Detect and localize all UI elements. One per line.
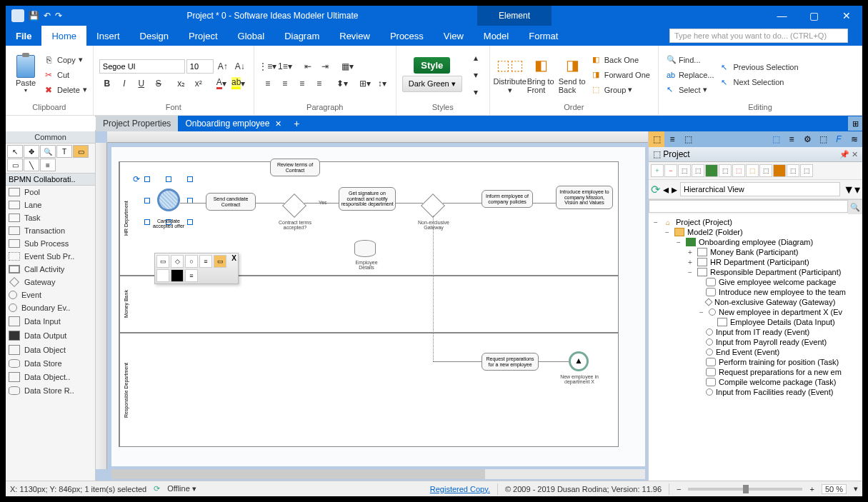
project-tb-icon-4[interactable]: ⬚ [719, 164, 732, 177]
forward-one-button[interactable]: ◨Forward One [590, 68, 652, 82]
float-text-icon[interactable]: ≡ [199, 255, 212, 268]
panel-tab-1-icon[interactable]: ⬚ [649, 131, 664, 147]
menu-model[interactable]: Model [474, 26, 519, 46]
minimize-button[interactable]: — [766, 6, 798, 26]
project-tb-icon-8[interactable] [773, 164, 786, 177]
tab-tool-icon[interactable]: ⊞ [848, 116, 862, 131]
project-tb-icon-2[interactable]: ⬚ [692, 164, 704, 177]
tool-datainput[interactable]: Data Input [6, 314, 95, 328]
menu-review[interactable]: Review [329, 26, 380, 46]
zoom-dropdown-icon[interactable]: ▾ [854, 484, 858, 493]
prev-selection-button[interactable]: ↖Previous Selection [719, 60, 800, 74]
panel-tool-icon-3[interactable]: ⬚ [815, 131, 831, 147]
tool-dataoutput[interactable]: Data Output [6, 328, 95, 343]
project-tb-icon-3[interactable] [705, 164, 718, 177]
style-arrow-up-icon[interactable]: ▴ [468, 50, 484, 66]
toolbox-category[interactable]: BPMN Collaborati.. [6, 173, 95, 186]
task-inform[interactable]: Inform employee of company policies [482, 190, 533, 208]
bullets-button[interactable]: ⋮≡▾ [260, 59, 276, 74]
menu-format[interactable]: Format [519, 26, 568, 46]
status-offline[interactable]: Offline ▾ [167, 484, 196, 493]
tell-me-search[interactable]: Type here what you want to do... (CTRL+Q… [669, 29, 848, 43]
project-tb-icon-5[interactable]: ⬚ [732, 164, 745, 177]
border-button[interactable]: ▦▾ [340, 59, 356, 74]
project-search-icon[interactable]: 🔍 [848, 200, 862, 214]
tool-dataobject[interactable]: Data Object [6, 343, 95, 357]
menu-design[interactable]: Design [130, 26, 179, 46]
project-tb-icon-9[interactable]: ⬚ [787, 164, 799, 177]
task-request-prep[interactable]: Request preparations for a new employee [482, 353, 539, 371]
task-review-terms[interactable]: Review terms of Contract [270, 159, 320, 176]
prev-icon[interactable]: ◂ [663, 183, 669, 196]
highlight-button[interactable]: ab▾ [231, 76, 246, 91]
menu-home[interactable]: Home [41, 26, 86, 46]
superscript-button[interactable]: x² [191, 76, 206, 91]
delete-button[interactable]: ✖Delete ▾ [43, 83, 87, 97]
align-justify-button[interactable]: ≡ [311, 76, 327, 91]
tool-note-icon[interactable]: ≡ [40, 159, 56, 171]
context-tab[interactable]: Element [477, 6, 552, 26]
pool-responsible[interactable]: Responsible Department [119, 333, 619, 447]
close-button[interactable]: ✕ [830, 6, 862, 26]
tool-container-icon[interactable]: ▭ [7, 159, 23, 171]
menu-project[interactable]: Project [179, 26, 227, 46]
select-button[interactable]: ↖Select ▾ [664, 83, 717, 97]
distribute-button[interactable]: ⬚⬚Distribute▾ [496, 53, 524, 97]
view-mode-select[interactable]: Hierarchical View [680, 182, 840, 196]
bold-button[interactable]: B [99, 76, 115, 91]
panel-tab-2-icon[interactable]: ≡ [664, 131, 680, 147]
zoom-in-button[interactable]: + [809, 485, 814, 493]
float-lines-icon[interactable]: ≡ [185, 269, 198, 282]
tab-new-button[interactable]: + [289, 118, 304, 129]
outdent-button[interactable]: ⇤ [300, 59, 316, 74]
refresh-icon[interactable]: ⟳ [651, 183, 660, 196]
tool-lane[interactable]: Lane [6, 199, 95, 211]
project-tb-icon-7[interactable]: ⬚ [759, 164, 772, 177]
tool-callactivity[interactable]: Call Activity [6, 263, 95, 276]
float-rect-icon[interactable]: ▭ [156, 255, 169, 268]
back-one-button[interactable]: ◧Back One [590, 53, 652, 67]
tab-onboarding[interactable]: Onboarding employee✕ [178, 116, 289, 131]
grow-font-button[interactable]: A↑ [215, 59, 231, 74]
tool-eventsub[interactable]: Event Sub Pr.. [6, 250, 95, 263]
task-send-candidate[interactable]: Send candidate Contract [206, 193, 256, 211]
project-add-icon[interactable]: + [651, 164, 664, 177]
strike-button[interactable]: S [151, 76, 166, 91]
underline-button[interactable]: U [134, 76, 149, 91]
project-search-input[interactable] [649, 200, 848, 213]
tool-subprocess[interactable]: Sub Process [6, 237, 95, 250]
tool-folder-icon[interactable]: ▭ [73, 145, 89, 158]
paste-button[interactable]: Paste ▾ [11, 53, 40, 97]
panel-f-icon[interactable]: F [831, 131, 847, 147]
tool-transaction[interactable]: Transaction [6, 224, 95, 237]
next-selection-button[interactable]: ↖Next Selection [719, 75, 800, 89]
tool-event[interactable]: Event [6, 288, 95, 301]
tool-line-icon[interactable]: ╲ [24, 159, 39, 171]
rotate-handle-icon[interactable]: ⟳ [133, 174, 140, 184]
tool-dataobject2[interactable]: Data Object.. [6, 370, 95, 384]
project-tb-icon[interactable]: ⬚ [678, 164, 691, 177]
pool-money-bank[interactable]: Money Bank [119, 276, 619, 333]
scrollbar-horizontal[interactable] [111, 469, 645, 479]
panel-pin-icon[interactable]: 📌 ✕ [839, 150, 858, 159]
tool-pointer-icon[interactable]: ↖ [7, 145, 23, 158]
qat-undo-icon[interactable]: ↶ [44, 11, 51, 21]
canvas-area[interactable]: HR Department Money Bank Responsible Dep… [96, 131, 648, 481]
font-name-select[interactable]: Segoe UI [99, 59, 185, 74]
float-color-white[interactable] [156, 269, 169, 282]
toolbox-common-header[interactable]: Common [6, 131, 95, 144]
valign-button[interactable]: ⬍▾ [334, 76, 350, 91]
style-current[interactable]: Dark Green ▾ [402, 76, 462, 92]
data-store-employee[interactable] [354, 240, 376, 257]
menu-file[interactable]: File [6, 26, 41, 46]
font-size-select[interactable]: 10 [186, 59, 214, 74]
menu-view[interactable]: View [434, 26, 474, 46]
numbering-button[interactable]: 1≡▾ [277, 59, 293, 74]
float-color-black[interactable] [171, 269, 184, 282]
subscript-button[interactable]: x₂ [174, 76, 189, 91]
zoom-slider[interactable] [688, 488, 802, 491]
replace-button[interactable]: abReplace... [664, 68, 717, 82]
menu-insert[interactable]: Insert [86, 26, 130, 46]
table-button[interactable]: ⊞▾ [357, 76, 373, 91]
zoom-out-button[interactable]: − [677, 485, 681, 493]
